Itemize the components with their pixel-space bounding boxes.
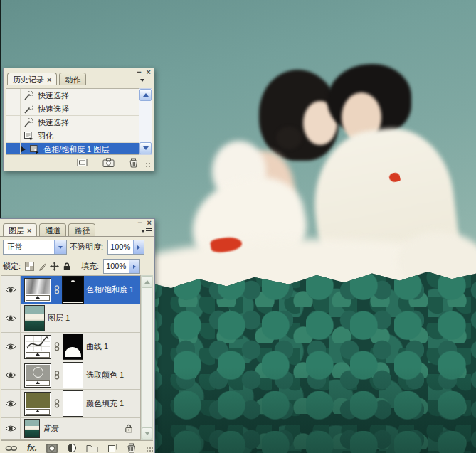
layer-list: 色相/饱和度 1 图层 1 xyxy=(1,275,141,440)
panel-menu-icon[interactable] xyxy=(140,75,152,85)
adjustment-thumbnail[interactable] xyxy=(24,278,51,302)
minimize-icon[interactable]: − xyxy=(137,219,142,226)
visibility-toggle[interactable] xyxy=(1,276,21,304)
tab-layers-label: 图层 xyxy=(9,226,24,235)
layer-row-background[interactable]: 背景 xyxy=(1,418,140,439)
opacity-input[interactable]: 100% xyxy=(107,240,144,255)
slider-arrow-icon[interactable] xyxy=(133,240,144,254)
new-document-from-state-icon[interactable] xyxy=(76,158,88,167)
history-item-label: 羽化 xyxy=(36,131,53,142)
history-scrollbar[interactable] xyxy=(139,88,152,155)
history-tab-row: 历史记录× 动作 xyxy=(4,70,154,85)
visibility-toggle[interactable] xyxy=(1,361,21,389)
scroll-down-icon[interactable] xyxy=(139,142,152,154)
layers-footer: fx. xyxy=(1,440,153,453)
history-item-label: 快速选择 xyxy=(36,104,69,114)
fill-swatch-thumbnail[interactable] xyxy=(24,392,51,416)
tab-close-icon[interactable]: × xyxy=(47,75,51,84)
panel-menu-icon[interactable] xyxy=(141,226,152,235)
scroll-up-icon[interactable] xyxy=(142,276,152,288)
history-item[interactable]: 快速选择 xyxy=(6,116,139,129)
tab-close-icon[interactable]: × xyxy=(27,226,31,235)
history-item[interactable]: 快速选择 xyxy=(6,89,139,102)
tab-paths[interactable]: 路径 xyxy=(68,223,95,236)
lock-position-icon[interactable] xyxy=(50,262,59,271)
link-layers-icon[interactable] xyxy=(5,445,18,452)
scroll-up-icon[interactable] xyxy=(139,89,152,101)
quick-selection-icon xyxy=(21,104,36,114)
history-item[interactable]: 快速选择 xyxy=(6,102,139,116)
quick-selection-icon xyxy=(21,117,36,127)
slider-arrow-icon[interactable] xyxy=(129,260,139,273)
history-item-selected[interactable]: 色相/饱和度 1 图层 xyxy=(6,143,139,155)
lock-all-icon[interactable] xyxy=(63,262,71,271)
lock-fill-row: 锁定: 填充: 100% xyxy=(0,256,154,275)
minimize-icon[interactable]: − xyxy=(137,68,141,75)
tab-channels[interactable]: 通道 xyxy=(39,223,66,236)
lock-transparency-icon[interactable] xyxy=(25,262,34,271)
layers-tab-row: 图层× 通道 路径 xyxy=(0,221,154,236)
layer-name: 颜色填充 1 xyxy=(86,398,124,409)
lock-icons xyxy=(25,262,71,271)
lock-paint-icon[interactable] xyxy=(38,262,46,271)
lock-label: 锁定: xyxy=(3,261,21,272)
fill-input[interactable]: 100% xyxy=(103,259,140,274)
layer-row-curves[interactable]: 曲线 1 xyxy=(1,333,140,361)
visibility-toggle[interactable] xyxy=(1,333,21,361)
history-brush-source-cell[interactable] xyxy=(6,102,21,115)
layer-row-hue-saturation[interactable]: 色相/饱和度 1 xyxy=(1,276,140,304)
tab-layers[interactable]: 图层× xyxy=(3,223,37,236)
layer-thumbnail[interactable] xyxy=(24,419,40,438)
fill-label: 填充: xyxy=(81,261,99,272)
link-mask-icon xyxy=(54,285,60,294)
new-snapshot-icon[interactable] xyxy=(102,158,115,167)
opacity-value: 100% xyxy=(108,240,133,254)
layer-row-color-fill[interactable]: 颜色填充 1 xyxy=(1,390,140,418)
history-brush-source-cell[interactable] xyxy=(6,143,21,155)
history-brush-source-cell[interactable] xyxy=(6,116,21,129)
new-adjustment-layer-icon[interactable] xyxy=(67,443,77,453)
history-brush-source-cell[interactable] xyxy=(6,129,21,142)
history-window-buttons: − × xyxy=(137,68,151,75)
scroll-down-icon[interactable] xyxy=(142,427,152,439)
menu-lines-icon xyxy=(145,78,151,82)
layer-mask-thumbnail[interactable] xyxy=(63,334,83,360)
visibility-toggle[interactable] xyxy=(1,418,21,439)
new-layer-icon[interactable] xyxy=(107,443,117,453)
layer-mask-thumbnail[interactable] xyxy=(63,390,83,417)
chevron-down-icon[interactable] xyxy=(54,240,66,254)
delete-layer-icon[interactable] xyxy=(127,443,136,453)
add-layer-mask-icon[interactable] xyxy=(46,444,58,453)
resize-grip[interactable] xyxy=(145,162,152,169)
layers-panel[interactable]: − × 图层× 通道 路径 正常 不透明度: xyxy=(0,218,155,453)
delete-icon[interactable] xyxy=(129,158,138,168)
visibility-toggle[interactable] xyxy=(1,304,21,332)
layer-row-layer1[interactable]: 图层 1 xyxy=(1,304,140,333)
history-brush-source-cell[interactable] xyxy=(6,89,21,102)
close-icon[interactable]: × xyxy=(147,68,151,75)
tab-actions[interactable]: 动作 xyxy=(59,73,86,85)
history-item-label: 快速选择 xyxy=(36,90,69,101)
link-mask-icon xyxy=(54,342,60,351)
adjustment-thumbnail[interactable] xyxy=(24,363,51,388)
history-item-label: 快速选择 xyxy=(36,117,69,128)
layer-mask-thumbnail[interactable] xyxy=(63,362,83,388)
blend-mode-select[interactable]: 正常 xyxy=(3,240,67,255)
layer-style-icon[interactable]: fx. xyxy=(27,444,37,452)
eye-icon xyxy=(5,286,16,294)
adjustment-thumbnail[interactable] xyxy=(24,335,51,359)
layer-name: 曲线 1 xyxy=(86,341,108,352)
resize-grip[interactable] xyxy=(146,447,153,453)
new-group-icon[interactable] xyxy=(86,444,98,452)
close-icon[interactable]: × xyxy=(147,219,152,226)
history-item[interactable]: 羽化 xyxy=(6,129,139,143)
layers-scrollbar[interactable] xyxy=(141,275,153,440)
layer-row-selective-color[interactable]: 选取颜色 1 xyxy=(1,361,140,390)
layer-thumbnail[interactable] xyxy=(24,305,45,331)
layer-mask-thumbnail[interactable] xyxy=(63,277,83,303)
history-state-icon xyxy=(21,131,36,141)
history-footer xyxy=(6,156,138,169)
tab-history[interactable]: 历史记录× xyxy=(7,73,57,85)
history-panel[interactable]: − × 历史记录× 动作 快速选择 xyxy=(3,68,154,171)
visibility-toggle[interactable] xyxy=(1,390,21,417)
